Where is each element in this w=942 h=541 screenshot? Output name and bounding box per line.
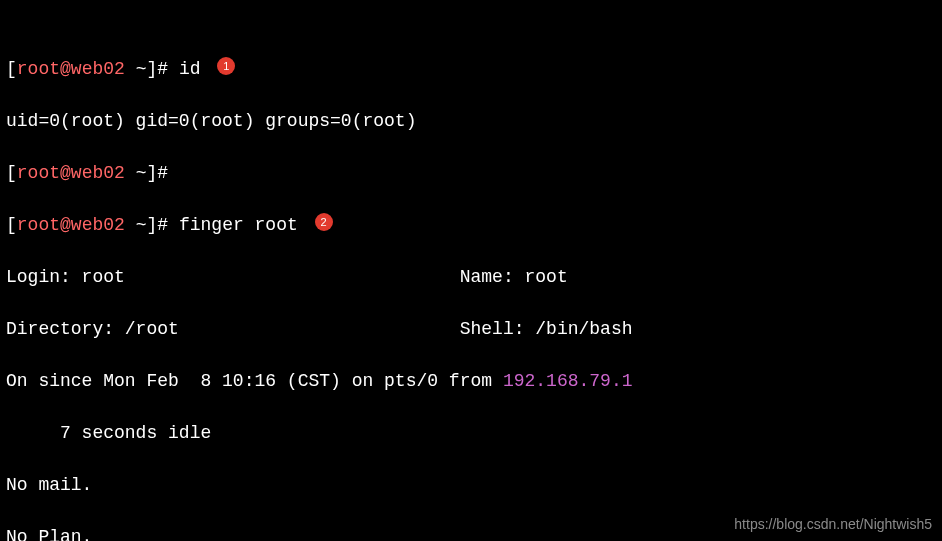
watermark: https://blog.csdn.net/Nightwish5 [734, 511, 932, 537]
command-id: id [179, 59, 201, 79]
id-output: uid=0(root) gid=0(root) groups=0(root) [6, 108, 936, 134]
annotation-badge-2: 2 [315, 213, 333, 231]
command-finger: finger root [179, 215, 298, 235]
prompt: [root@web02 ~]# [6, 59, 168, 79]
finger-no-mail: No mail. [6, 472, 936, 498]
prompt-line-blank-1: [root@web02 ~]# [6, 160, 936, 186]
prompt-line-2: [root@web02 ~]# finger root 2 [6, 212, 936, 238]
annotation-badge-1: 1 [217, 57, 235, 75]
finger-idle: 7 seconds idle [6, 420, 936, 446]
ip-address: 192.168.79.1 [503, 371, 633, 391]
finger-dir-row: Directory: /root Shell: /bin/bash [6, 316, 936, 342]
terminal[interactable]: [root@web02 ~]# id 1 uid=0(root) gid=0(r… [0, 0, 942, 541]
finger-login-row: Login: root Name: root [6, 264, 936, 290]
finger-onsince: On since Mon Feb 8 10:16 (CST) on pts/0 … [6, 368, 936, 394]
prompt-line-1: [root@web02 ~]# id 1 [6, 56, 936, 82]
